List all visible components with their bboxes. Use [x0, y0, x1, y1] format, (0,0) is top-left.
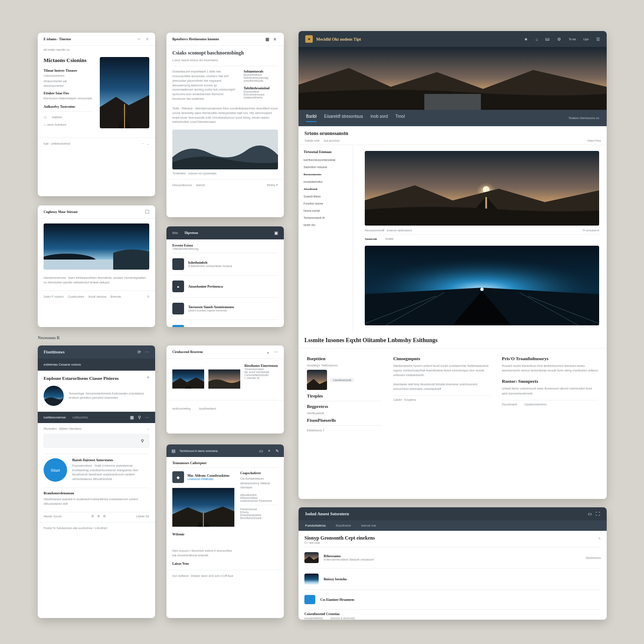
- list-item[interactable]: Catsonsonened: [44, 74, 93, 77]
- tag[interactable]: Breeote: [111, 295, 121, 298]
- sidebar-item[interactable]: besns esmei: [304, 207, 348, 214]
- tab-active[interactable]: Fundortsterss: [305, 524, 326, 527]
- list-item[interactable]: Ehrcremennoes: [244, 93, 278, 96]
- brand-name[interactable]: Mecidhl Okt nodens Tipt: [316, 37, 361, 42]
- nav-link[interactable]: Ts ea: [569, 38, 576, 41]
- copy-icon[interactable]: ⧉: [147, 376, 149, 379]
- search-icon[interactable]: ⚲: [141, 439, 144, 443]
- window-icon[interactable]: ▭: [259, 449, 263, 453]
- close-icon[interactable]: [145, 37, 149, 41]
- filter[interactable]: Susmrtak: [365, 237, 377, 241]
- list-item[interactable]: Bvorlteesrsnune: [240, 517, 278, 519]
- tag[interactable]: serticonneting: [172, 407, 191, 410]
- pin-icon[interactable]: ⚲: [138, 415, 141, 420]
- expand-icon[interactable]: [145, 210, 149, 214]
- bell-icon[interactable]: 🜲: [545, 37, 550, 42]
- search-icon[interactable]: ⚲: [147, 295, 149, 299]
- link[interactable]: Retins P: [267, 184, 278, 187]
- tag[interactable]: Isoeltreetand: [199, 407, 216, 410]
- list-item[interactable]: Rthesssamo: [324, 554, 581, 558]
- tab[interactable]: inob sord: [371, 114, 388, 122]
- list-item[interactable]: snsufremihosts: [244, 79, 278, 82]
- tag[interactable]: Ssies P ossens: [44, 295, 64, 298]
- list-item[interactable]: Ehono: [240, 511, 278, 514]
- pill[interactable]: Lisonbonronsl: [330, 378, 354, 382]
- list-item[interactable]: FisonPiseserlls: [307, 418, 382, 423]
- list-item[interactable]: bshethoinbeh: [188, 261, 232, 265]
- chevron-down-icon[interactable]: ⌄: [266, 350, 270, 354]
- list-item[interactable]: ltis sond rendbente: [244, 371, 278, 374]
- sidebar-item[interactable]: isneh riio: [304, 221, 348, 229]
- search-input[interactable]: ⚲: [44, 434, 149, 448]
- more-icon[interactable]: ⋯: [274, 350, 278, 354]
- thumbnail[interactable]: [172, 364, 204, 394]
- tag[interactable]: Ussiternmeretmo: [525, 403, 547, 406]
- list-item[interactable]: I. inerme dt: [244, 377, 278, 379]
- nav-link[interactable]: Lips: [583, 38, 589, 41]
- link[interactable]: inatiioel: [52, 116, 62, 119]
- sidebar-item[interactable]: Soandl Biess: [304, 193, 348, 200]
- tab[interactable]: Essdhrenr: [336, 524, 351, 527]
- tag[interactable]: Ihsott otessos: [88, 295, 106, 298]
- pager-label[interactable]: Master Goont: [44, 515, 61, 518]
- home-icon[interactable]: ⌂: [535, 37, 538, 42]
- list-item[interactable]: Bissndhininue: [244, 73, 278, 76]
- tab[interactable]: Bial: [172, 231, 178, 235]
- pager-label[interactable]: Listnte Str: [136, 515, 149, 518]
- post-title[interactable]: Ihatols Dairnest Antorstaens: [72, 458, 149, 462]
- star-icon[interactable]: ★: [524, 37, 528, 42]
- bookmark-icon[interactable]: ❏: [44, 116, 46, 119]
- list-item[interactable]: Cenonefantndndin: [244, 374, 278, 377]
- edit-icon[interactable]: ✎: [598, 537, 601, 540]
- list-item[interactable]: Css Eianinee Hroamens: [320, 598, 354, 602]
- thumbnail[interactable]: [208, 364, 240, 394]
- list-item[interactable]: Begpretrss: [307, 404, 382, 409]
- filter[interactable]: boatal: [385, 237, 393, 241]
- more-icon[interactable]: ⋯: [145, 415, 149, 420]
- sidebar-item[interactable]: Rususomosms: [304, 171, 348, 178]
- tab-active[interactable]: Bsribl: [306, 114, 317, 122]
- list-item[interactable]: etracsonismet ual: [44, 80, 93, 83]
- tag[interactable]: Discsonteururs: [172, 184, 192, 187]
- list-item[interactable]: etllostilonent: [240, 493, 278, 496]
- refresh-icon[interactable]: ⟳: [138, 350, 141, 354]
- tab[interactable]: Eisareldf stresontsus: [324, 114, 363, 122]
- tab-active[interactable]: Dipretoss: [184, 231, 198, 235]
- user-icon[interactable]: ☰: [596, 37, 600, 42]
- sidebar-item[interactable]: Tichenmreedt !fr: [304, 214, 348, 221]
- tag[interactable]: Cosetoolnes: [68, 295, 84, 298]
- list-item[interactable]: Tireples: [307, 393, 382, 398]
- window-icon[interactable]: ▭: [588, 512, 592, 516]
- tab[interactable]: rotitsoinhs: [73, 415, 88, 419]
- grid-icon[interactable]: ▦: [265, 37, 270, 41]
- list-item[interactable]: Tasroosen Siausb Ansmieanonss: [188, 305, 234, 309]
- sidebar-item[interactable]: Sadndton ndsoioe: [304, 164, 348, 171]
- plus-icon[interactable]: ＋: [267, 448, 271, 454]
- sidebar-item[interactable]: loerfbermedonmiensteat: [304, 156, 348, 164]
- chevron-down-icon[interactable]: [137, 37, 141, 41]
- list-item[interactable]: Ansashoniné Pertineuca: [188, 285, 223, 288]
- tab[interactable]: loelikesonense: [44, 415, 66, 419]
- list-item[interactable]: Tindvincensten: [244, 368, 278, 371]
- expand-icon[interactable]: ⛶: [596, 512, 600, 516]
- edit-icon[interactable]: ✎: [275, 449, 279, 453]
- list-item[interactable]: smairesitmens: [244, 96, 278, 99]
- list-item[interactable]: Einsdhecassber: [240, 514, 278, 517]
- link[interactable]: Heed Fies: [587, 139, 601, 142]
- play-icon[interactable]: ▸: [172, 280, 184, 292]
- list-item[interactable]: Fisnemesnst: [240, 508, 278, 511]
- list-item[interactable]: iMlunecettaol: [240, 496, 278, 499]
- chevron-down-icon[interactable]: ⌄: [147, 427, 149, 431]
- list-item[interactable]: etscensonened: [44, 84, 93, 87]
- list-item[interactable]: Ndintroennunemay: [244, 76, 278, 79]
- menu-icon[interactable]: ▤: [171, 449, 175, 453]
- more-icon[interactable]: ⋯: [145, 350, 149, 354]
- tag[interactable]: Dsoménent: [502, 403, 517, 406]
- sidebar-item[interactable]: Fondhm iesme: [304, 200, 348, 207]
- link[interactable]: eerin hoentore: [47, 123, 66, 126]
- menu-icon[interactable]: ≡: [274, 37, 278, 41]
- list-item[interactable]: insteneremse Peserenrs: [240, 499, 278, 502]
- tag[interactable]: Alence: [196, 184, 205, 187]
- list-item[interactable]: Bnisssy beensho: [324, 577, 347, 581]
- grid-icon[interactable]: ▦: [130, 415, 134, 420]
